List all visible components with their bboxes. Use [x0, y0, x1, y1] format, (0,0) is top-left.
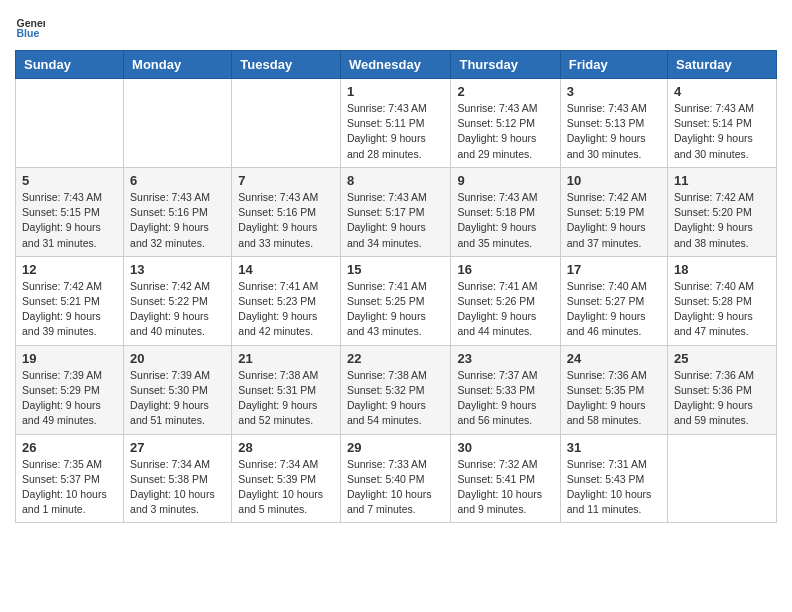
calendar-week-row: 5Sunrise: 7:43 AM Sunset: 5:15 PM Daylig… [16, 167, 777, 256]
weekday-header-tuesday: Tuesday [232, 51, 341, 79]
day-info: Sunrise: 7:40 AM Sunset: 5:27 PM Dayligh… [567, 279, 661, 340]
calendar-cell: 26Sunrise: 7:35 AM Sunset: 5:37 PM Dayli… [16, 434, 124, 523]
day-number: 6 [130, 173, 225, 188]
calendar-cell: 14Sunrise: 7:41 AM Sunset: 5:23 PM Dayli… [232, 256, 341, 345]
calendar-cell: 5Sunrise: 7:43 AM Sunset: 5:15 PM Daylig… [16, 167, 124, 256]
day-info: Sunrise: 7:37 AM Sunset: 5:33 PM Dayligh… [457, 368, 553, 429]
calendar-cell: 25Sunrise: 7:36 AM Sunset: 5:36 PM Dayli… [668, 345, 777, 434]
logo: General Blue [15, 10, 49, 40]
day-info: Sunrise: 7:43 AM Sunset: 5:18 PM Dayligh… [457, 190, 553, 251]
day-info: Sunrise: 7:40 AM Sunset: 5:28 PM Dayligh… [674, 279, 770, 340]
calendar-week-row: 26Sunrise: 7:35 AM Sunset: 5:37 PM Dayli… [16, 434, 777, 523]
calendar-cell: 20Sunrise: 7:39 AM Sunset: 5:30 PM Dayli… [124, 345, 232, 434]
calendar-cell: 29Sunrise: 7:33 AM Sunset: 5:40 PM Dayli… [340, 434, 451, 523]
calendar-cell: 4Sunrise: 7:43 AM Sunset: 5:14 PM Daylig… [668, 79, 777, 168]
day-number: 31 [567, 440, 661, 455]
calendar-cell [668, 434, 777, 523]
day-number: 5 [22, 173, 117, 188]
calendar-cell [16, 79, 124, 168]
day-number: 21 [238, 351, 334, 366]
day-number: 30 [457, 440, 553, 455]
day-number: 8 [347, 173, 445, 188]
calendar-cell: 18Sunrise: 7:40 AM Sunset: 5:28 PM Dayli… [668, 256, 777, 345]
day-info: Sunrise: 7:43 AM Sunset: 5:14 PM Dayligh… [674, 101, 770, 162]
page-header: General Blue [15, 10, 777, 40]
day-info: Sunrise: 7:41 AM Sunset: 5:23 PM Dayligh… [238, 279, 334, 340]
calendar-cell: 10Sunrise: 7:42 AM Sunset: 5:19 PM Dayli… [560, 167, 667, 256]
day-number: 15 [347, 262, 445, 277]
day-number: 16 [457, 262, 553, 277]
day-number: 20 [130, 351, 225, 366]
calendar-table: SundayMondayTuesdayWednesdayThursdayFrid… [15, 50, 777, 523]
day-number: 1 [347, 84, 445, 99]
day-number: 14 [238, 262, 334, 277]
day-info: Sunrise: 7:36 AM Sunset: 5:35 PM Dayligh… [567, 368, 661, 429]
day-number: 17 [567, 262, 661, 277]
calendar-cell: 21Sunrise: 7:38 AM Sunset: 5:31 PM Dayli… [232, 345, 341, 434]
day-info: Sunrise: 7:33 AM Sunset: 5:40 PM Dayligh… [347, 457, 445, 518]
day-number: 11 [674, 173, 770, 188]
day-info: Sunrise: 7:42 AM Sunset: 5:20 PM Dayligh… [674, 190, 770, 251]
day-info: Sunrise: 7:34 AM Sunset: 5:38 PM Dayligh… [130, 457, 225, 518]
day-info: Sunrise: 7:38 AM Sunset: 5:32 PM Dayligh… [347, 368, 445, 429]
day-number: 23 [457, 351, 553, 366]
day-info: Sunrise: 7:39 AM Sunset: 5:30 PM Dayligh… [130, 368, 225, 429]
calendar-cell: 27Sunrise: 7:34 AM Sunset: 5:38 PM Dayli… [124, 434, 232, 523]
day-number: 26 [22, 440, 117, 455]
logo-icon: General Blue [15, 10, 45, 40]
day-number: 25 [674, 351, 770, 366]
calendar-cell: 2Sunrise: 7:43 AM Sunset: 5:12 PM Daylig… [451, 79, 560, 168]
calendar-cell [124, 79, 232, 168]
day-info: Sunrise: 7:43 AM Sunset: 5:16 PM Dayligh… [238, 190, 334, 251]
day-info: Sunrise: 7:43 AM Sunset: 5:17 PM Dayligh… [347, 190, 445, 251]
page-container: General Blue SundayMondayTuesdayWednesda… [0, 0, 792, 533]
calendar-cell: 7Sunrise: 7:43 AM Sunset: 5:16 PM Daylig… [232, 167, 341, 256]
day-number: 22 [347, 351, 445, 366]
day-number: 13 [130, 262, 225, 277]
calendar-cell: 12Sunrise: 7:42 AM Sunset: 5:21 PM Dayli… [16, 256, 124, 345]
calendar-cell: 11Sunrise: 7:42 AM Sunset: 5:20 PM Dayli… [668, 167, 777, 256]
day-number: 4 [674, 84, 770, 99]
day-info: Sunrise: 7:43 AM Sunset: 5:13 PM Dayligh… [567, 101, 661, 162]
weekday-header-friday: Friday [560, 51, 667, 79]
day-number: 28 [238, 440, 334, 455]
day-number: 27 [130, 440, 225, 455]
day-number: 29 [347, 440, 445, 455]
weekday-header-row: SundayMondayTuesdayWednesdayThursdayFrid… [16, 51, 777, 79]
day-info: Sunrise: 7:42 AM Sunset: 5:21 PM Dayligh… [22, 279, 117, 340]
calendar-cell: 31Sunrise: 7:31 AM Sunset: 5:43 PM Dayli… [560, 434, 667, 523]
day-info: Sunrise: 7:31 AM Sunset: 5:43 PM Dayligh… [567, 457, 661, 518]
calendar-cell: 22Sunrise: 7:38 AM Sunset: 5:32 PM Dayli… [340, 345, 451, 434]
calendar-cell [232, 79, 341, 168]
calendar-cell: 28Sunrise: 7:34 AM Sunset: 5:39 PM Dayli… [232, 434, 341, 523]
calendar-cell: 16Sunrise: 7:41 AM Sunset: 5:26 PM Dayli… [451, 256, 560, 345]
calendar-cell: 30Sunrise: 7:32 AM Sunset: 5:41 PM Dayli… [451, 434, 560, 523]
calendar-cell: 6Sunrise: 7:43 AM Sunset: 5:16 PM Daylig… [124, 167, 232, 256]
weekday-header-wednesday: Wednesday [340, 51, 451, 79]
day-number: 10 [567, 173, 661, 188]
weekday-header-thursday: Thursday [451, 51, 560, 79]
svg-text:Blue: Blue [17, 27, 40, 39]
day-info: Sunrise: 7:32 AM Sunset: 5:41 PM Dayligh… [457, 457, 553, 518]
day-info: Sunrise: 7:41 AM Sunset: 5:25 PM Dayligh… [347, 279, 445, 340]
day-number: 9 [457, 173, 553, 188]
day-info: Sunrise: 7:39 AM Sunset: 5:29 PM Dayligh… [22, 368, 117, 429]
day-info: Sunrise: 7:38 AM Sunset: 5:31 PM Dayligh… [238, 368, 334, 429]
weekday-header-sunday: Sunday [16, 51, 124, 79]
calendar-cell: 15Sunrise: 7:41 AM Sunset: 5:25 PM Dayli… [340, 256, 451, 345]
day-number: 2 [457, 84, 553, 99]
weekday-header-monday: Monday [124, 51, 232, 79]
calendar-cell: 13Sunrise: 7:42 AM Sunset: 5:22 PM Dayli… [124, 256, 232, 345]
day-info: Sunrise: 7:43 AM Sunset: 5:11 PM Dayligh… [347, 101, 445, 162]
calendar-cell: 24Sunrise: 7:36 AM Sunset: 5:35 PM Dayli… [560, 345, 667, 434]
calendar-cell: 23Sunrise: 7:37 AM Sunset: 5:33 PM Dayli… [451, 345, 560, 434]
calendar-week-row: 19Sunrise: 7:39 AM Sunset: 5:29 PM Dayli… [16, 345, 777, 434]
day-number: 24 [567, 351, 661, 366]
calendar-cell: 9Sunrise: 7:43 AM Sunset: 5:18 PM Daylig… [451, 167, 560, 256]
calendar-cell: 1Sunrise: 7:43 AM Sunset: 5:11 PM Daylig… [340, 79, 451, 168]
day-number: 18 [674, 262, 770, 277]
day-number: 3 [567, 84, 661, 99]
calendar-cell: 17Sunrise: 7:40 AM Sunset: 5:27 PM Dayli… [560, 256, 667, 345]
calendar-cell: 19Sunrise: 7:39 AM Sunset: 5:29 PM Dayli… [16, 345, 124, 434]
calendar-cell: 8Sunrise: 7:43 AM Sunset: 5:17 PM Daylig… [340, 167, 451, 256]
